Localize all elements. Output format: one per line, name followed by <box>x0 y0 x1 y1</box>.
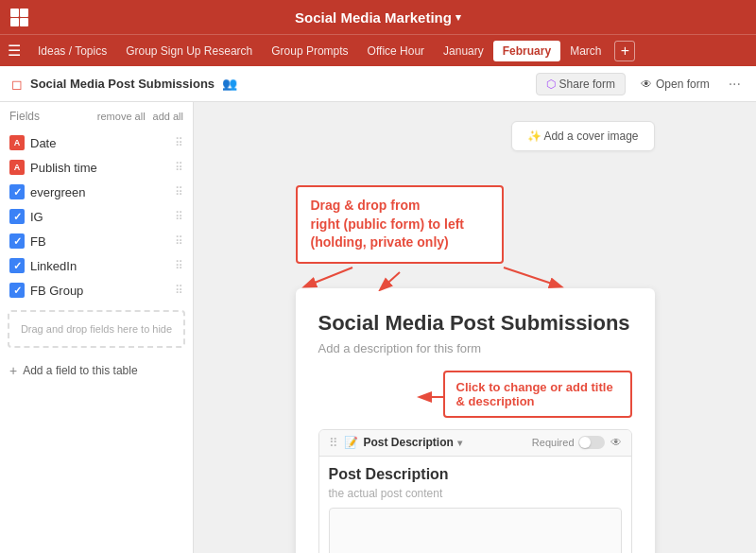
drag-handle[interactable]: ⠿ <box>175 284 183 297</box>
field-type-check: ✓ <box>9 184 25 199</box>
field-sublabel: the actual post content <box>329 487 622 500</box>
remove-all-button[interactable]: remove all <box>97 111 146 122</box>
field-type-text: A <box>9 160 25 175</box>
share-icon: ⬡ <box>546 78 556 91</box>
nav-tab-january[interactable]: January <box>434 41 493 61</box>
required-label: Required <box>532 436 605 449</box>
nav-tab-group-prompts[interactable]: Group Prompts <box>262 41 357 61</box>
nav-tab-group-signup[interactable]: Group Sign Up Research <box>116 41 262 61</box>
sidebar: Fields remove all add all A Date ⠿ A Pub… <box>0 102 194 553</box>
field-name: LinkedIn <box>30 259 169 273</box>
field-linkedin[interactable]: ✓ LinkedIn ⠿ <box>0 253 193 278</box>
nav-bar: ☰ Ideas / Topics Group Sign Up Research … <box>0 34 756 66</box>
app-title-text: Social Media Marketing <box>295 9 452 26</box>
field-block-body: Post Description the actual post content <box>319 457 631 553</box>
add-field-label: Add a field to this table <box>23 364 137 377</box>
drag-drop-annotation: Drag & drop fromright (public form) to l… <box>296 185 504 264</box>
nav-tab-march[interactable]: March <box>560 41 610 61</box>
form-title-label: Social Media Post Submissions <box>30 77 215 91</box>
app-title-arrow[interactable]: ▾ <box>455 11 461 24</box>
field-chevron[interactable]: ▾ <box>457 438 462 448</box>
hamburger-menu[interactable]: ☰ <box>8 42 21 60</box>
sub-bar: ◻ Social Media Post Submissions 👥 ⬡ Shar… <box>0 66 756 102</box>
field-fb-group[interactable]: ✓ FB Group ⠿ <box>0 278 193 302</box>
field-block-header: ⠿ 📝 Post Description ▾ Required 👁 <box>319 430 631 457</box>
share-label: Share form <box>559 78 615 91</box>
form-description-placeholder[interactable]: Add a description for this form <box>318 341 632 355</box>
add-tab-button[interactable]: + <box>614 41 635 61</box>
visibility-icon[interactable]: 👁 <box>610 436 622 449</box>
field-publish-time[interactable]: A Publish time ⠿ <box>0 155 193 180</box>
click-arrow-svg <box>417 388 445 406</box>
top-bar: Social Media Marketing ▾ <box>0 0 756 34</box>
annotation-text: Drag & drop fromright (public form) to l… <box>311 197 489 252</box>
form-card: Social Media Post Submissions Add a desc… <box>296 288 655 553</box>
svg-rect-0 <box>10 9 19 17</box>
field-date[interactable]: A Date ⠿ <box>0 130 193 155</box>
field-type-check: ✓ <box>9 283 25 298</box>
sidebar-actions: remove all add all <box>97 111 183 122</box>
drag-handle[interactable]: ⠿ <box>175 210 183 223</box>
required-text: Required <box>532 437 575 448</box>
field-name: FB <box>30 234 169 249</box>
plus-icon: + <box>9 363 17 378</box>
field-name: FB Group <box>30 284 169 298</box>
form-icon: ◻ <box>11 77 23 92</box>
sidebar-header: Fields remove all add all <box>0 102 193 130</box>
field-type-text: A <box>9 135 25 150</box>
field-name: IG <box>30 210 169 224</box>
field-drag-handle[interactable]: ⠿ <box>329 436 338 450</box>
field-block-name: Post Description ▾ <box>364 436 526 449</box>
add-cover-image-button[interactable]: ✨ Add a cover image <box>511 121 655 151</box>
click-annotation-text: Click to change or add title & descripti… <box>456 380 619 408</box>
field-label: Post Description <box>329 466 622 483</box>
open-form-button[interactable]: 👁 Open form <box>633 74 717 95</box>
field-ig[interactable]: ✓ IG ⠿ <box>0 204 193 229</box>
fields-label: Fields <box>9 110 40 123</box>
field-name-text: Post Description <box>364 436 454 449</box>
svg-rect-3 <box>20 18 28 26</box>
field-evergreen[interactable]: ✓ evergreen ⠿ <box>0 180 193 204</box>
main-layout: Fields remove all add all A Date ⠿ A Pub… <box>0 102 756 553</box>
field-type-check: ✓ <box>9 258 25 273</box>
drag-handle[interactable]: ⠿ <box>175 259 183 272</box>
drag-handle[interactable]: ⠿ <box>175 185 183 199</box>
content-area: ✨ Add a cover image Drag & drop fromrigh… <box>194 102 756 553</box>
svg-rect-2 <box>10 18 19 26</box>
form-title[interactable]: Social Media Post Submissions <box>318 311 632 336</box>
drag-handle[interactable]: ⠿ <box>175 136 183 149</box>
more-options-button[interactable]: ··· <box>725 76 745 93</box>
field-type-check: ✓ <box>9 209 25 224</box>
field-block: ⠿ 📝 Post Description ▾ Required 👁 <box>318 429 632 553</box>
field-fb[interactable]: ✓ FB ⠿ <box>0 229 193 253</box>
field-textarea[interactable] <box>329 508 622 553</box>
svg-rect-1 <box>20 9 28 17</box>
nav-tab-ideas[interactable]: Ideas / Topics <box>28 41 116 61</box>
eye-icon: 👁 <box>641 78 652 91</box>
share-form-button[interactable]: ⬡ Share form <box>536 73 626 95</box>
app-title: Social Media Marketing ▾ <box>295 9 461 26</box>
open-label: Open form <box>656 78 710 91</box>
field-type-check: ✓ <box>9 233 25 249</box>
add-all-button[interactable]: add all <box>153 111 183 122</box>
field-name: evergreen <box>30 185 169 199</box>
field-name: Date <box>30 136 169 150</box>
app-logo <box>9 8 28 26</box>
field-block-icon: 📝 <box>344 436 358 449</box>
drag-handle[interactable]: ⠿ <box>175 161 183 174</box>
drag-handle[interactable]: ⠿ <box>175 234 183 248</box>
nav-tab-february[interactable]: February <box>493 41 560 61</box>
required-toggle[interactable] <box>578 436 605 449</box>
people-icon[interactable]: 👥 <box>222 77 237 91</box>
add-field-button[interactable]: + Add a field to this table <box>0 355 193 386</box>
field-name: Publish time <box>30 161 169 175</box>
nav-tab-office-hour[interactable]: Office Hour <box>358 41 434 61</box>
drop-zone: Drag and drop fields here to hide <box>8 310 185 348</box>
click-annotation-box: Click to change or add title & descripti… <box>443 371 632 418</box>
